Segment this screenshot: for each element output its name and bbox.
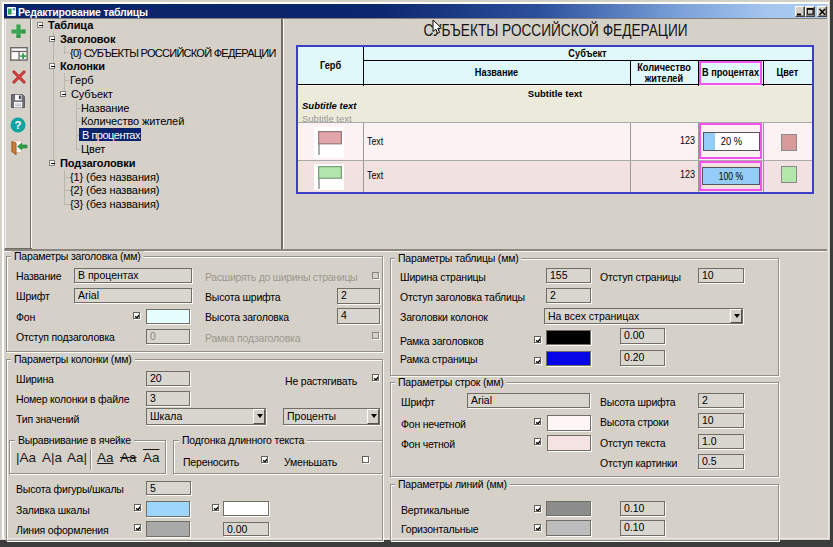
svg-text:?: ? [14, 119, 21, 131]
